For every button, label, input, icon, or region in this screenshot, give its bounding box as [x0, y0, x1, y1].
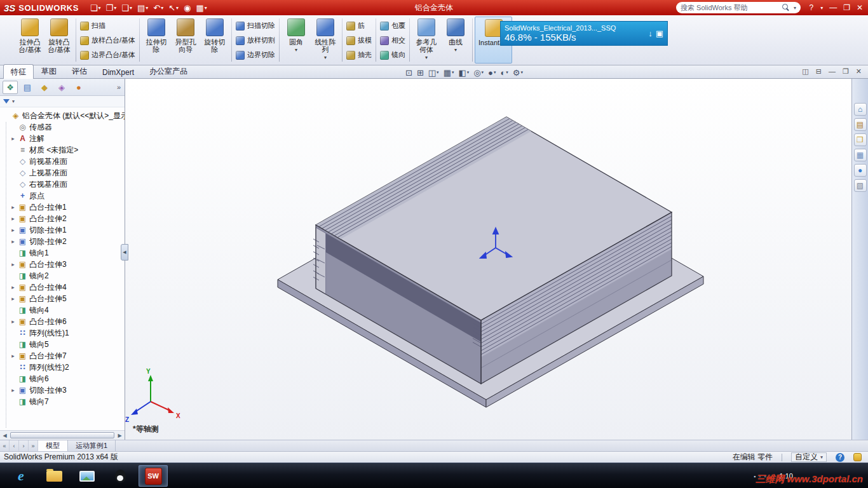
expand-arrow-icon[interactable]: ▸	[10, 261, 16, 268]
tree-item[interactable]: +原点	[2, 190, 125, 201]
featuremanager-design-tree-tab[interactable]: ❖	[3, 81, 18, 94]
edit-appearance-button[interactable]: ●▾	[487, 68, 497, 78]
fillet-button[interactable]: 圆角▾	[281, 17, 311, 64]
display-style-button[interactable]: ◧▾	[457, 68, 470, 78]
new-button[interactable]: ❏▾	[88, 1, 104, 14]
configurationmanager-tab[interactable]: ◆	[37, 81, 52, 94]
tree-item[interactable]: ∷阵列(线性)2	[2, 362, 125, 373]
photo-viewer-taskbar-button[interactable]	[72, 465, 102, 487]
doc-restore-button[interactable]: ❐	[843, 67, 849, 76]
hide-show-items-button[interactable]: ◎▾	[472, 68, 485, 78]
maximize-button[interactable]: ❐	[843, 3, 850, 12]
linear-pattern-button[interactable]: 线性阵 列▾	[311, 17, 340, 64]
expand-arrow-icon[interactable]: ▸	[10, 215, 16, 222]
intersect-button[interactable]: 相交	[378, 33, 407, 48]
boundary-cut-button[interactable]: 边界切除	[234, 48, 277, 62]
save-button[interactable]: ❑▾	[119, 1, 135, 14]
tree-item[interactable]: ▸▣凸台-拉伸5	[2, 293, 125, 304]
curves-button[interactable]: 曲线▾	[441, 17, 470, 64]
solidworks-resources-button[interactable]: ⌂	[854, 103, 867, 116]
propertymanager-tab[interactable]: ▤	[20, 81, 35, 94]
tree-item[interactable]: ◨镜向6	[2, 373, 125, 384]
download-arrow-icon[interactable]: ↓	[648, 29, 653, 38]
extruded-cut-button[interactable]: 拉伸切 除	[142, 17, 171, 64]
download-notification[interactable]: SolidWorks_Electrical_2013..._SSQ 46.8% …	[500, 21, 668, 46]
mirror-button[interactable]: 镜向	[378, 48, 407, 62]
previous-tab-button[interactable]: ‹	[10, 440, 19, 451]
3d-model-canvas[interactable]: Y X Z	[125, 79, 851, 440]
revolved-boss-button[interactable]: 旋转凸 台/基体	[44, 17, 74, 64]
help-search-box[interactable]: 搜索 SolidWorks 帮助 ▾	[676, 2, 801, 13]
expand-arrow-icon[interactable]: ▸	[10, 227, 16, 233]
tree-item[interactable]: ◎传感器	[2, 121, 125, 133]
design-library-button[interactable]: ▤	[854, 118, 867, 131]
first-tab-button[interactable]: «	[0, 440, 10, 451]
tree-item[interactable]: ▸▣切除-拉伸2	[2, 236, 125, 247]
swept-boss-button[interactable]: 扫描	[78, 18, 137, 33]
zoom-fit-button[interactable]: ⊡	[404, 68, 414, 78]
panel-overflow-chevron-icon[interactable]: »	[117, 83, 122, 91]
tree-item[interactable]: ▸▣切除-拉伸3	[2, 384, 125, 396]
tree-item[interactable]: ◇上视基准面	[2, 167, 125, 179]
displaymanager-tab[interactable]: ●	[71, 81, 86, 94]
lofted-boss-button[interactable]: 放样凸台/基体	[78, 33, 137, 48]
expand-arrow-icon[interactable]: ▸	[10, 284, 16, 290]
apply-scene-button[interactable]: ◐▾	[499, 68, 509, 78]
file-explorer-button[interactable]: ❒	[854, 133, 867, 146]
zoom-area-button[interactable]: ⊞	[416, 68, 425, 78]
qq-taskbar-button[interactable]	[105, 465, 135, 487]
tree-item[interactable]: ◇前视基准面	[2, 156, 125, 167]
swept-cut-button[interactable]: 扫描切除	[234, 18, 277, 33]
appearances-scenes-button[interactable]: ●	[854, 164, 867, 177]
tree-item[interactable]: ◇右视基准面	[2, 179, 125, 190]
taskbar-clock[interactable]: 1:10	[780, 472, 793, 480]
tree-item[interactable]: ▸▣凸台-拉伸3	[2, 259, 125, 270]
statusbar-help-icon[interactable]: ?	[836, 453, 844, 462]
wrap-button[interactable]: 包覆	[378, 18, 407, 33]
monitor-icon[interactable]: ▣	[656, 29, 663, 38]
tray-icon[interactable]: ◦	[759, 473, 761, 480]
solidworks-taskbar-button[interactable]: SW	[139, 465, 168, 487]
tree-item[interactable]: ◨镜向1	[2, 247, 125, 259]
file-explorer-taskbar-button[interactable]	[39, 465, 69, 487]
boundary-boss-button[interactable]: 边界凸台/基体	[78, 48, 137, 62]
doc-tile-button[interactable]: ⊟	[816, 67, 822, 76]
select-button[interactable]: ↖▾	[166, 1, 181, 14]
lofted-cut-button[interactable]: 放样切割	[234, 33, 277, 48]
expand-arrow-icon[interactable]: ▸	[10, 204, 16, 210]
tree-item[interactable]: ▸▣凸台-拉伸4	[2, 281, 125, 293]
tree-item[interactable]: ◨镜向4	[2, 304, 125, 316]
feature-tree-root[interactable]: ◈铝合金壳体 (默认<<默认>_显示...	[2, 110, 125, 121]
tray-icon[interactable]: ▫	[764, 473, 766, 480]
expand-arrow-icon[interactable]: ▸	[10, 295, 16, 302]
sheet-tab-motion-study-1[interactable]: 运动算例1	[68, 440, 116, 451]
minimize-button[interactable]: —	[829, 3, 837, 12]
expand-arrow-icon[interactable]: ▸	[10, 387, 16, 393]
expand-arrow-icon[interactable]: ▸	[10, 318, 16, 325]
search-caret-icon[interactable]: ▾	[794, 5, 796, 11]
custom-properties-button[interactable]: ▧	[854, 179, 867, 192]
rebuild-button[interactable]: ◉	[181, 1, 193, 14]
last-tab-button[interactable]: »	[29, 440, 38, 451]
tree-item[interactable]: ▸▣凸台-拉伸2	[2, 213, 125, 224]
command-tab-features[interactable]: 特征	[3, 64, 34, 79]
tree-item[interactable]: ∷阵列(线性)1	[2, 327, 125, 339]
filter-caret-icon[interactable]: ▾	[12, 98, 15, 104]
view-palette-button[interactable]: ▦	[854, 149, 867, 161]
scroll-right-icon[interactable]: ▶	[115, 433, 125, 438]
hole-wizard-button[interactable]: 异型孔 向导	[171, 17, 200, 64]
options-button[interactable]: ▦▾	[193, 1, 209, 14]
print-button[interactable]: ▤▾	[135, 1, 151, 14]
graphics-viewport[interactable]: Y X Z *等轴测	[125, 79, 851, 440]
expand-arrow-icon[interactable]: ▸	[10, 353, 16, 359]
help-caret-icon[interactable]: ▾	[820, 5, 823, 11]
next-tab-button[interactable]: ›	[19, 440, 29, 451]
quick-tips-icon[interactable]	[853, 453, 862, 461]
tree-item[interactable]: ◨镜向5	[2, 339, 125, 350]
rib-button[interactable]: 筋	[344, 18, 374, 33]
extruded-boss-button[interactable]: 拉伸凸 台/基体	[15, 17, 44, 64]
command-tab-evaluate[interactable]: 评估	[64, 64, 95, 78]
tree-horizontal-scrollbar[interactable]: ◀ ▶	[0, 430, 125, 440]
section-view-button[interactable]: ◫▾	[427, 68, 440, 78]
tray-icon[interactable]: ▪	[754, 473, 756, 480]
